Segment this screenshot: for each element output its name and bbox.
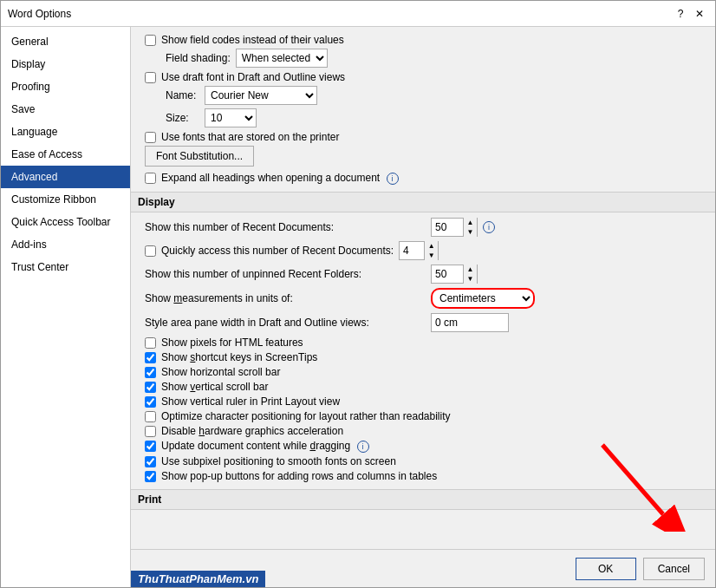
size-select[interactable]: 10 [205, 108, 257, 127]
recent-docs-down-btn[interactable]: ▼ [463, 227, 477, 237]
quickly-access-down-btn[interactable]: ▼ [424, 251, 438, 260]
recent-docs-info-icon: i [483, 221, 495, 233]
unpinned-folders-row: Show this number of unpinned Recent Fold… [145, 265, 701, 284]
unpinned-folders-input[interactable] [432, 265, 463, 283]
field-shading-row: Field shading: When selected Always Neve… [166, 49, 701, 68]
quickly-access-input[interactable] [400, 242, 424, 259]
use-fonts-printer-row: Use fonts that are stored on the printer [145, 131, 701, 143]
show-vertical-ruler-checkbox[interactable] [145, 396, 156, 408]
use-draft-font-checkbox[interactable] [145, 72, 156, 83]
show-shortcut-keys-label: Show shortcut keys in ScreenTips [161, 351, 317, 363]
name-label: Name: [166, 89, 205, 101]
field-shading-select[interactable]: When selected Always Never [236, 49, 328, 68]
name-select[interactable]: Courier New [205, 86, 317, 105]
footer: OK Cancel ThuThuatPhanMem.vn [131, 549, 715, 587]
show-field-codes-checkbox[interactable] [145, 35, 156, 46]
name-row: Name: Courier New [166, 86, 701, 105]
recent-docs-row: Show this number of Recent Documents: ▲ … [145, 218, 701, 237]
dialog-title: Word Options [8, 8, 71, 20]
quickly-access-label: Quickly access this number of Recent Doc… [161, 241, 439, 260]
quickly-access-spinbox-buttons: ▲ ▼ [424, 241, 438, 260]
recent-docs-spinbox-buttons: ▲ ▼ [463, 218, 477, 237]
main-area: Show field codes instead of their values… [131, 27, 715, 587]
show-vertical-ruler-row: Show vertical ruler in Print Layout view [145, 395, 701, 408]
show-pixels-label: Show pixels for HTML features [161, 336, 303, 349]
sidebar-item-trust-center[interactable]: Trust Center [1, 256, 130, 278]
show-pixels-checkbox[interactable] [145, 337, 156, 349]
sidebar: General Display Proofing Save Language E… [1, 27, 131, 587]
use-draft-font-row: Use draft font in Draft and Outline view… [145, 71, 701, 83]
cancel-button[interactable]: Cancel [643, 558, 705, 580]
show-horizontal-scroll-checkbox[interactable] [145, 367, 156, 378]
scroll-area[interactable]: Show field codes instead of their values… [131, 27, 715, 549]
show-vertical-scroll-label: Show vertical scroll bar [161, 381, 268, 393]
sidebar-item-advanced[interactable]: Advanced [1, 166, 130, 188]
display-section: Show this number of Recent Documents: ▲ … [145, 218, 701, 482]
help-button[interactable]: ? [672, 5, 689, 23]
print-section-header: Print [131, 489, 715, 510]
quickly-access-up-btn[interactable]: ▲ [424, 241, 438, 251]
sidebar-item-add-ins[interactable]: Add-ins [1, 233, 130, 256]
expand-headings-row: Expand all headings when opening a docum… [145, 172, 701, 185]
disable-hardware-row: Disable hardware graphics acceleration [145, 425, 701, 437]
size-label: Size: [166, 112, 205, 124]
show-vertical-ruler-label: Show vertical ruler in Print Layout view [161, 395, 340, 408]
show-field-codes-row: Show field codes instead of their values [145, 34, 701, 46]
recent-docs-up-btn[interactable]: ▲ [463, 218, 477, 227]
sidebar-item-save[interactable]: Save [1, 98, 130, 121]
word-options-dialog: Word Options ? ✕ General Display Proofin… [0, 0, 716, 588]
sidebar-item-general[interactable]: General [1, 30, 130, 53]
disable-hardware-label: Disable hardware graphics acceleration [161, 425, 343, 437]
show-horizontal-scroll-row: Show horizontal scroll bar [145, 366, 701, 378]
update-document-label: Update document content while dragging i [161, 440, 369, 453]
quickly-access-spinbox[interactable]: ▲ ▼ [399, 241, 439, 260]
sidebar-item-quick-access-toolbar[interactable]: Quick Access Toolbar [1, 211, 130, 233]
sidebar-item-ease-of-access[interactable]: Ease of Access [1, 143, 130, 166]
recent-docs-input[interactable] [432, 219, 463, 236]
show-horizontal-scroll-label: Show horizontal scroll bar [161, 366, 280, 378]
optimize-char-checkbox[interactable] [145, 411, 156, 422]
size-row: Size: 10 [166, 108, 701, 127]
unpinned-folders-label: Show this number of unpinned Recent Fold… [145, 268, 431, 280]
use-draft-font-label: Use draft font in Draft and Outline view… [161, 71, 345, 83]
display-section-header: Display [131, 192, 715, 212]
update-document-info-icon: i [357, 441, 369, 453]
unpinned-folders-spinbox[interactable]: ▲ ▼ [431, 265, 478, 284]
style-area-input[interactable] [431, 313, 509, 332]
sidebar-item-customize-ribbon[interactable]: Customize Ribbon [1, 188, 130, 211]
sidebar-item-proofing[interactable]: Proofing [1, 75, 130, 98]
show-vertical-scroll-checkbox[interactable] [145, 382, 156, 393]
use-subpixel-row: Use subpixel positioning to smooth fonts… [145, 455, 701, 467]
update-document-checkbox[interactable] [145, 441, 156, 452]
use-subpixel-checkbox[interactable] [145, 456, 156, 467]
expand-headings-checkbox[interactable] [145, 173, 156, 184]
font-substitution-button[interactable]: Font Substitution... [145, 146, 254, 167]
sidebar-item-display[interactable]: Display [1, 53, 130, 75]
measurements-label: Show measurements in units of: [145, 292, 431, 304]
show-shortcut-keys-checkbox[interactable] [145, 352, 156, 363]
measurements-select[interactable]: Centimeters Inches Millimeters Points Pi… [431, 288, 535, 309]
titlebar: Word Options ? ✕ [1, 1, 715, 27]
quickly-access-checkbox[interactable] [145, 245, 156, 257]
use-subpixel-label: Use subpixel positioning to smooth fonts… [161, 455, 396, 467]
optimize-char-label: Optimize character positioning for layou… [161, 410, 451, 422]
close-button[interactable]: ✕ [691, 5, 708, 23]
show-popup-checkbox[interactable] [145, 471, 156, 482]
show-popup-row: Show pop-up buttons for adding rows and … [145, 470, 701, 482]
field-shading-label: Field shading: [166, 52, 231, 64]
recent-docs-spinbox[interactable]: ▲ ▼ [431, 218, 478, 237]
ok-button[interactable]: OK [576, 558, 636, 580]
unpinned-folders-down-btn[interactable]: ▼ [463, 274, 477, 284]
watermark: ThuThuatPhanMem.vn [131, 571, 265, 587]
disable-hardware-checkbox[interactable] [145, 426, 156, 437]
use-fonts-printer-checkbox[interactable] [145, 132, 156, 143]
font-substitution-row: Font Substitution... [145, 146, 701, 167]
unpinned-folders-up-btn[interactable]: ▲ [463, 265, 477, 274]
recent-docs-label: Show this number of Recent Documents: [145, 221, 431, 233]
sidebar-item-language[interactable]: Language [1, 121, 130, 143]
show-shortcut-keys-row: Show shortcut keys in ScreenTips [145, 351, 701, 363]
measurements-select-wrapper: Centimeters Inches Millimeters Points Pi… [431, 288, 535, 309]
measurements-row: Show measurements in units of: Centimete… [145, 288, 701, 309]
show-popup-label: Show pop-up buttons for adding rows and … [161, 470, 437, 482]
quickly-access-row: Quickly access this number of Recent Doc… [145, 241, 701, 260]
